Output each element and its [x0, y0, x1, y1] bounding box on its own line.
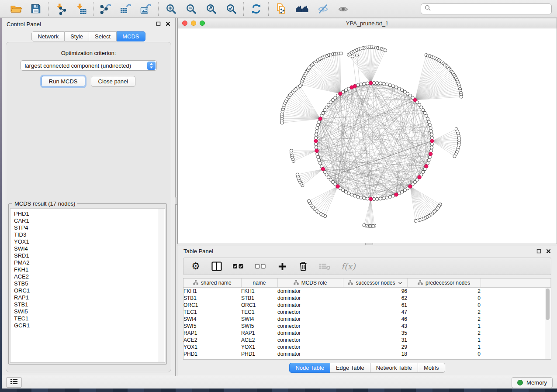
table-toolbar: ⚙ f(x)	[183, 258, 551, 275]
table-row[interactable]: SWI5SWI5connector431	[183, 323, 551, 330]
add-column-icon[interactable]	[277, 262, 287, 271]
column-header-shared-name[interactable]: shared name	[183, 279, 241, 288]
mcds-result-items: PHD1CAR1STP4TID3YOX1SWI4SRD1PMA2FKH1ACE2…	[10, 209, 165, 329]
list-item[interactable]: SRD1	[14, 252, 165, 259]
tab-mcds[interactable]: MCDS	[117, 31, 145, 41]
tab-node-table[interactable]: Node Table	[289, 363, 330, 373]
mcds-result-title: MCDS result (17 nodes)	[12, 200, 77, 207]
search-text-field[interactable]	[433, 5, 548, 13]
network-window-title: YPA_prune.txt_1	[178, 20, 557, 27]
close-panel-icon[interactable]	[166, 20, 170, 28]
column-header-filler	[481, 279, 551, 288]
table-row[interactable]: ACE2ACE2connector311	[183, 337, 551, 344]
zoom-out-icon[interactable]	[184, 2, 197, 15]
close-panel-icon[interactable]	[546, 248, 551, 255]
export-image-icon[interactable]	[139, 2, 152, 15]
list-item[interactable]: PHD1	[14, 210, 165, 217]
node-table: shared namenameMCDS rolesuccessor nodesp…	[183, 279, 551, 358]
list-item[interactable]: PMA2	[14, 259, 165, 266]
deselect-all-icon[interactable]	[255, 263, 266, 269]
toggle-panels-icon[interactable]	[211, 261, 222, 271]
export-network-icon[interactable]	[99, 2, 112, 15]
control-panel: Control Panel NetworkStyleSelectMCDS Opt…	[2, 18, 176, 376]
table-row[interactable]: SWI4SWI4dominator462	[183, 316, 551, 323]
float-panel-icon[interactable]	[536, 248, 541, 255]
table-settings-icon[interactable]: ⚙	[190, 261, 201, 271]
list-item[interactable]: STP4	[14, 224, 165, 231]
table-row[interactable]: TEC1TEC1connector472	[183, 309, 551, 316]
zoom-fit-icon[interactable]	[204, 2, 218, 15]
select-all-icon[interactable]	[232, 263, 244, 269]
table-row[interactable]: PHD1PHD1dominator180	[183, 351, 551, 358]
table-row[interactable]: RAP1RAP1dominator352	[183, 330, 551, 337]
hide-selected-icon[interactable]	[316, 2, 329, 15]
import-table-icon[interactable]	[74, 2, 87, 15]
list-item[interactable]: RAP1	[14, 294, 165, 301]
tab-style[interactable]: Style	[65, 31, 89, 41]
control-tabs: NetworkStyleSelectMCDS	[31, 31, 145, 41]
column-header-predecessor-nodes[interactable]: predecessor nodes	[407, 279, 481, 288]
clone-network-icon[interactable]	[274, 2, 287, 15]
sort-descending-icon	[398, 280, 402, 286]
criterion-dropdown[interactable]: largest connected component (undirected)	[21, 60, 157, 71]
first-neighbors-icon[interactable]	[294, 2, 309, 15]
save-icon[interactable]	[29, 2, 42, 15]
show-all-icon[interactable]	[336, 2, 349, 15]
table-scrollbar-thumb[interactable]	[546, 289, 550, 320]
list-item[interactable]: ORC1	[14, 287, 165, 294]
column-type-icon	[193, 280, 198, 286]
float-panel-icon[interactable]	[156, 20, 161, 28]
table-tabs: Node TableEdge TableNetwork TableMotifs	[289, 363, 445, 373]
list-item[interactable]: SWI4	[14, 245, 165, 252]
list-item[interactable]: YOX1	[14, 238, 165, 245]
delete-column-icon[interactable]	[298, 261, 308, 272]
network-canvas[interactable]	[178, 28, 557, 244]
tab-select[interactable]: Select	[89, 31, 117, 41]
tab-network-table[interactable]: Network Table	[370, 363, 418, 373]
zoom-selected-icon[interactable]	[225, 2, 238, 15]
list-item[interactable]: FKH1	[14, 266, 165, 273]
search-input[interactable]	[421, 3, 552, 14]
dropdown-stepper-icon	[147, 62, 156, 70]
close-panel-button[interactable]: Close panel	[91, 76, 136, 87]
list-item[interactable]: ACE2	[14, 273, 165, 280]
memory-button[interactable]: Memory	[512, 377, 553, 388]
node-table-header-row: shared namenameMCDS rolesuccessor nodesp…	[183, 279, 551, 288]
list-item[interactable]: TEC1	[14, 315, 165, 322]
column-header-successor-nodes[interactable]: successor nodes	[343, 279, 407, 288]
column-header-MCDS-role[interactable]: MCDS role	[277, 279, 343, 288]
table-scrollbar[interactable]	[545, 288, 551, 359]
optimization-criterion-label: Optimization criterion:	[6, 50, 171, 56]
zoom-in-icon[interactable]	[164, 2, 177, 15]
table-row[interactable]: ORC1ORC1dominator610	[183, 302, 551, 309]
main-toolbar	[0, 0, 557, 18]
list-item[interactable]: TID3	[14, 231, 165, 238]
task-history-button[interactable]	[6, 377, 22, 388]
tab-edge-table[interactable]: Edge Table	[330, 363, 370, 373]
list-item[interactable]: SWI5	[14, 308, 165, 315]
refresh-icon[interactable]	[249, 2, 263, 15]
open-icon[interactable]	[9, 2, 22, 15]
table-row[interactable]: YOX1YOX1connector291	[183, 344, 551, 351]
result-list-scrollbar[interactable]	[158, 209, 164, 362]
desktop-wallpaper-strip	[0, 389, 557, 392]
column-type-icon	[294, 280, 299, 286]
table-row[interactable]: FKH1FKH1dominator962	[183, 288, 551, 295]
import-network-icon[interactable]	[54, 2, 67, 15]
mcds-result-list[interactable]: PHD1CAR1STP4TID3YOX1SWI4SRD1PMA2FKH1ACE2…	[10, 208, 165, 363]
status-bar: Memory	[2, 376, 557, 389]
control-panel-title: Control Panel	[7, 21, 41, 28]
export-table-icon[interactable]	[119, 2, 132, 15]
criterion-dropdown-value: largest connected component (undirected)	[21, 62, 147, 69]
list-item[interactable]: CAR1	[14, 217, 165, 224]
column-header-name[interactable]: name	[241, 279, 277, 288]
table-panel-title: Table Panel	[183, 248, 213, 254]
list-item[interactable]: STB1	[14, 301, 165, 308]
tab-motifs[interactable]: Motifs	[418, 363, 445, 373]
tab-network[interactable]: Network	[31, 31, 65, 41]
network-window-titlebar[interactable]: YPA_prune.txt_1	[178, 18, 557, 28]
table-row[interactable]: STB1STB1dominator620	[183, 295, 551, 302]
list-item[interactable]: GCR1	[14, 322, 165, 329]
run-mcds-button[interactable]: Run MCDS	[42, 76, 85, 87]
list-item[interactable]: STB5	[14, 280, 165, 287]
